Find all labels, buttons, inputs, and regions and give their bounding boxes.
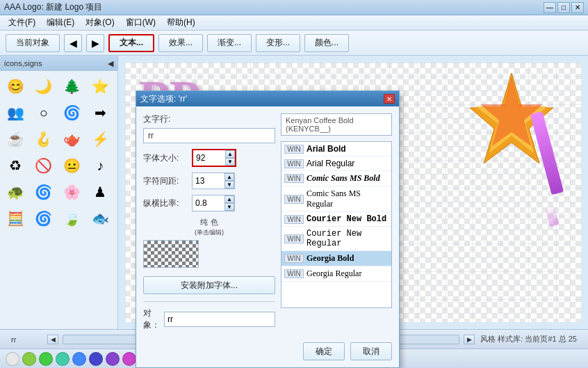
- dialog-title-bar: 文字选项: 'rr' ✕: [136, 91, 399, 106]
- icon-item[interactable]: 🐢: [3, 179, 28, 205]
- maximize-button[interactable]: □: [557, 2, 570, 13]
- color-swatch-blue[interactable]: [72, 352, 86, 366]
- color-swatch-lime[interactable]: [22, 352, 36, 366]
- font-name: Comic Sans MS Bold: [307, 173, 380, 184]
- char-spacing-input[interactable]: [193, 173, 224, 189]
- font-item-georgia-regular[interactable]: WIN Georgia Regular: [281, 266, 391, 282]
- font-name: Courier New Regular: [307, 229, 389, 248]
- icon-item[interactable]: 🌙: [31, 74, 56, 99]
- color-swatch[interactable]: [143, 240, 199, 268]
- color-swatch-green[interactable]: [39, 352, 53, 366]
- icon-item[interactable]: 🍃: [60, 206, 85, 231]
- icon-item[interactable]: ⭐: [88, 74, 113, 99]
- color-button[interactable]: 颜色...: [304, 34, 349, 52]
- icon-item[interactable]: ⚡: [88, 127, 113, 152]
- icon-item[interactable]: 🐟: [88, 206, 113, 231]
- scroll-right-button[interactable]: ▶: [464, 335, 475, 344]
- icon-item[interactable]: 🪝: [31, 127, 56, 152]
- cancel-button[interactable]: 取消: [350, 342, 392, 360]
- font-size-down[interactable]: ▼: [225, 158, 235, 166]
- font-list[interactable]: WIN Arial Bold WIN Arial Regular WIN Com…: [281, 141, 392, 308]
- icon-item[interactable]: ♟: [88, 179, 113, 205]
- icon-item[interactable]: 🌀: [60, 100, 85, 125]
- icon-panel: icons,signs ◀ 😊 🌙 🌲 ⭐ 👥 ○ 🌀 ➡ ☕ 🪝 🫖 ⚡ ♻ …: [0, 56, 118, 329]
- aspect-spinner: ▲ ▼: [224, 195, 234, 211]
- object-input[interactable]: [164, 312, 275, 327]
- font-item-comic-regular[interactable]: WIN Comic Sans MS Regular: [281, 186, 391, 212]
- icon-item[interactable]: 🌲: [60, 74, 85, 99]
- color-swatch-navy[interactable]: [89, 352, 103, 366]
- window-controls: — □ ✕: [544, 2, 584, 13]
- close-button[interactable]: ✕: [571, 2, 584, 13]
- aspect-up[interactable]: ▲: [224, 195, 234, 203]
- icon-panel-header: icons,signs ◀: [0, 56, 117, 71]
- nav-next-button[interactable]: ▶: [86, 34, 104, 52]
- font-tag: WIN: [284, 254, 304, 263]
- char-spacing-input-wrap: ▲ ▼: [192, 173, 235, 189]
- color-swatch-gray[interactable]: [6, 352, 19, 366]
- aspect-down[interactable]: ▼: [224, 203, 234, 211]
- dialog-close-button[interactable]: ✕: [384, 94, 395, 104]
- font-tag: WIN: [284, 195, 304, 204]
- ok-button[interactable]: 确定: [303, 342, 345, 360]
- icon-item[interactable]: 🧮: [3, 206, 28, 231]
- font-name: Arial Regular: [307, 159, 354, 168]
- icon-item[interactable]: 🌸: [60, 179, 85, 205]
- icon-item[interactable]: 😊: [3, 74, 28, 99]
- color-swatch-magenta[interactable]: [122, 352, 136, 366]
- window-title: AAA Logo: 新建 Logo 项目: [4, 1, 102, 13]
- icon-grid: 😊 🌙 🌲 ⭐ 👥 ○ 🌀 ➡ ☕ 🪝 🫖 ⚡ ♻ 🚫 😐 ♪ 🐢 🌀 🌸 ♟: [0, 71, 117, 234]
- char-spacing-up[interactable]: ▲: [224, 173, 234, 181]
- color-swatch-purple[interactable]: [106, 352, 120, 366]
- menu-window[interactable]: 窗口(W): [120, 15, 161, 30]
- icon-item[interactable]: ♪: [88, 153, 113, 178]
- minimize-button[interactable]: —: [544, 2, 556, 13]
- install-fonts-button[interactable]: 安装附加字体...: [143, 276, 275, 294]
- icon-item[interactable]: ➡: [88, 100, 113, 125]
- nav-prev-button[interactable]: ◀: [64, 34, 82, 52]
- menu-object[interactable]: 对象(O): [80, 15, 120, 30]
- char-spacing-label: 字符间距:: [143, 175, 192, 187]
- icon-item[interactable]: 😐: [60, 153, 85, 178]
- font-item-comic-bold[interactable]: WIN Comic Sans MS Bold: [281, 171, 391, 186]
- menu-file[interactable]: 文件(F): [3, 15, 41, 30]
- char-spacing-down[interactable]: ▼: [224, 181, 234, 189]
- transform-button[interactable]: 变形...: [256, 34, 300, 52]
- font-item-courier-regular[interactable]: WIN Courier New Regular: [281, 227, 391, 251]
- font-size-input[interactable]: [193, 150, 225, 166]
- object-row: 对象：: [143, 301, 275, 331]
- font-item-courier-bold[interactable]: WIN Courier New Bold: [281, 212, 391, 227]
- effect-button[interactable]: 效果...: [158, 34, 203, 52]
- text-button[interactable]: 文本...: [108, 34, 154, 52]
- icon-item[interactable]: ♻: [3, 153, 28, 178]
- menu-bar: 文件(F) 编辑(E) 对象(O) 窗口(W) 帮助(H): [0, 15, 588, 31]
- icon-panel-title: icons,signs: [4, 59, 42, 67]
- char-spacing-spinner: ▲ ▼: [224, 173, 234, 189]
- font-tag: WIN: [284, 269, 304, 278]
- menu-help[interactable]: 帮助(H): [161, 15, 201, 30]
- scroll-left-button[interactable]: ◀: [47, 335, 58, 344]
- aspect-input[interactable]: [193, 195, 224, 211]
- icon-panel-collapse[interactable]: ◀: [108, 59, 113, 68]
- text-line-label: 文字行:: [143, 113, 275, 125]
- dialog-body: 文字行: rr 字体大小: ▲ ▼ 字符间距:: [136, 106, 399, 338]
- font-item-georgia-bold[interactable]: WIN Georgia Bold: [281, 251, 391, 266]
- current-object-button[interactable]: 当前对象: [6, 34, 60, 52]
- icon-item[interactable]: ○: [31, 100, 56, 125]
- gradient-button[interactable]: 渐变...: [207, 34, 252, 52]
- font-size-up[interactable]: ▲: [225, 150, 235, 158]
- menu-edit[interactable]: 编辑(E): [41, 15, 80, 30]
- icon-item[interactable]: ☕: [3, 127, 28, 152]
- icon-item[interactable]: 🌀: [31, 179, 56, 205]
- font-item-arial-regular[interactable]: WIN Arial Regular: [281, 157, 391, 171]
- icon-item[interactable]: 🚫: [31, 153, 56, 178]
- font-size-row: 字体大小: ▲ ▼: [143, 149, 275, 167]
- font-tag: WIN: [284, 174, 304, 183]
- icon-item[interactable]: 🌀: [31, 206, 56, 231]
- color-swatch-teal[interactable]: [56, 352, 70, 366]
- font-name: Georgia Regular: [307, 269, 361, 279]
- icon-item[interactable]: 🫖: [60, 127, 85, 152]
- icon-item[interactable]: 👥: [3, 100, 28, 125]
- font-item-arial-bold[interactable]: WIN Arial Bold: [281, 142, 391, 157]
- text-options-dialog: 文字选项: 'rr' ✕ 文字行: rr 字体大小: ▲ ▼ 字符间距:: [136, 90, 400, 368]
